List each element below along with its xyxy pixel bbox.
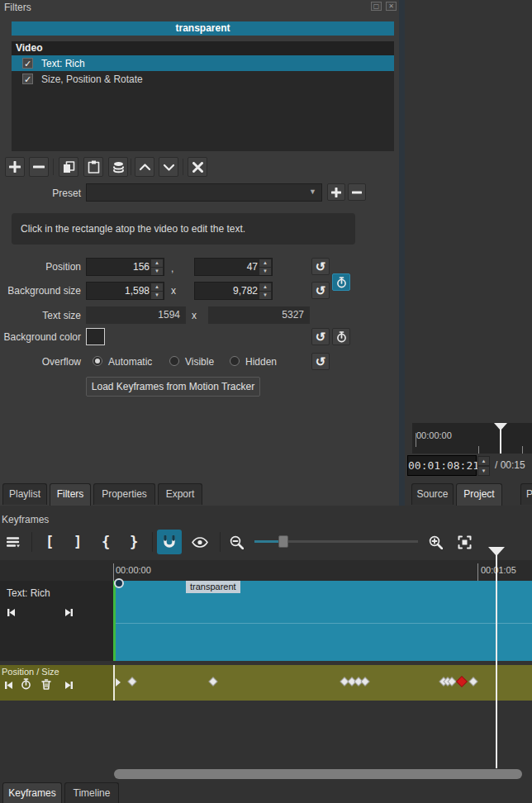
snap-magnet-icon[interactable] (157, 530, 182, 554)
background-color-reset-button[interactable]: ↺ (311, 328, 330, 345)
spinner-arrows[interactable]: ▲▼ (259, 259, 271, 274)
zoom-slider-handle[interactable] (278, 535, 288, 548)
clip-midline (113, 623, 532, 624)
player-seek-ruler[interactable]: 00:00:00 (412, 423, 532, 454)
position-x-spinbox[interactable]: 156 ▲▼ (86, 258, 164, 276)
keyframe-diamond[interactable] (468, 677, 477, 686)
position-x-value[interactable]: 156 (133, 261, 150, 273)
zoom-slider[interactable] (254, 540, 418, 543)
keyframe-diamond-selected[interactable] (456, 676, 468, 687)
background-height-value[interactable]: 9,782 (233, 285, 258, 297)
delete-keyframe-trash-icon[interactable] (40, 677, 53, 691)
filter-item-size-position-rotate[interactable]: ✓ Size, Position & Rotate (12, 71, 394, 87)
tab-timeline[interactable]: Timeline (64, 782, 119, 803)
keyframes-ruler[interactable]: 00:00:00 00:01:05 (0, 560, 532, 581)
keyframe-diamond[interactable] (360, 677, 369, 686)
close-panel-icon[interactable]: ✕ (386, 2, 397, 11)
background-size-reset-button[interactable]: ↺ (311, 282, 330, 299)
preset-label: Preset (0, 188, 81, 199)
position-y-value[interactable]: 47 (247, 261, 258, 273)
toolbar-separator (152, 532, 153, 552)
position-size-keyframes-button[interactable] (332, 273, 350, 291)
toolbar-separator (31, 532, 32, 552)
remove-filter-button[interactable] (29, 157, 49, 177)
tab-export[interactable]: Export (158, 483, 202, 505)
keyframe-diamond[interactable] (208, 677, 217, 686)
overflow-visible-radio[interactable] (169, 356, 179, 366)
background-color-swatch[interactable] (86, 328, 105, 345)
track-header: Text: Rich (0, 581, 113, 661)
toolbar-separator (53, 159, 54, 175)
overflow-hidden-label[interactable]: Hidden (245, 356, 277, 368)
background-height-spinbox[interactable]: 9,782 ▲▼ (194, 282, 273, 300)
overflow-reset-button[interactable]: ↺ (311, 353, 330, 370)
zoom-out-icon[interactable] (225, 530, 248, 554)
spinner-arrows[interactable]: ▲▼ (151, 283, 163, 298)
current-timecode-field[interactable]: 00:01:08:21 (407, 455, 477, 476)
ruler-tick (113, 563, 114, 581)
overflow-visible-label[interactable]: Visible (185, 356, 214, 368)
set-second-simple-keyframe-button[interactable]: } (122, 530, 145, 554)
background-width-value[interactable]: 1,598 (125, 285, 150, 297)
spinner-arrows[interactable]: ▲▼ (259, 283, 271, 298)
delete-preset-button[interactable] (348, 183, 366, 201)
ruler-tick (478, 446, 479, 454)
move-filter-up-icon[interactable] (135, 157, 154, 177)
set-filter-end-button[interactable]: ] (66, 530, 89, 554)
background-color-keyframes-button[interactable] (332, 328, 350, 345)
deselect-filter-icon[interactable] (188, 157, 207, 177)
paste-filters-icon[interactable] (83, 157, 103, 177)
clip-area[interactable]: transparent (113, 581, 532, 661)
spinner-arrows[interactable]: ▲▼ (151, 259, 163, 274)
load-keyframes-motion-tracker-button[interactable]: Load Keyframes from Motion Tracker (86, 377, 260, 397)
overflow-hidden-radio[interactable] (230, 356, 240, 366)
tab-clipped[interactable]: P (520, 483, 532, 505)
filter-item-text-rich[interactable]: ✓ Text: Rich (12, 55, 394, 71)
scrub-while-dragging-eye-icon[interactable] (187, 530, 213, 554)
position-y-spinbox[interactable]: 47 ▲▼ (194, 258, 273, 276)
tab-playlist[interactable]: Playlist (2, 483, 47, 505)
keyframes-menu-icon[interactable] (2, 530, 25, 554)
previous-keyframe-icon[interactable] (2, 678, 15, 691)
overflow-automatic-radio[interactable] (93, 356, 102, 366)
background-width-spinbox[interactable]: 1,598 ▲▼ (86, 282, 164, 300)
tab-properties[interactable]: Properties (93, 483, 155, 505)
filter-list[interactable]: Video ✓ Text: Rich ✓ Size, Position & Ro… (12, 41, 394, 151)
tab-keyframes[interactable]: Keyframes (2, 782, 62, 803)
float-panel-icon[interactable]: ▢ (371, 2, 382, 11)
keyframes-stopwatch-icon[interactable] (19, 677, 32, 691)
set-filter-start-button[interactable]: [ (38, 530, 61, 554)
zoom-in-icon[interactable] (424, 530, 447, 554)
position-reset-button[interactable]: ↺ (311, 258, 330, 275)
filter-enabled-checkbox[interactable]: ✓ (22, 74, 33, 84)
overflow-automatic-label[interactable]: Automatic (108, 356, 152, 368)
previous-keyframe-icon[interactable] (4, 606, 17, 619)
filters-panel-title: Filters (4, 2, 31, 13)
preset-combobox[interactable]: ▼ (86, 183, 322, 202)
save-preset-button[interactable] (327, 183, 345, 201)
overflow-label: Overflow (0, 356, 81, 368)
tab-filters[interactable]: Filters (50, 483, 91, 506)
add-filter-button[interactable] (5, 157, 25, 177)
keyframes-playhead[interactable] (496, 555, 497, 768)
player-playhead-grip[interactable] (494, 423, 507, 430)
filter-set-stack-icon[interactable] (108, 157, 128, 177)
set-first-simple-keyframe-button[interactable]: { (94, 530, 117, 554)
keyframe-diamond[interactable] (116, 678, 121, 687)
toolbar-separator (220, 532, 221, 552)
keyframe-diamond[interactable] (127, 677, 136, 686)
horizontal-scrollbar[interactable] (114, 769, 522, 779)
next-keyframe-icon[interactable] (63, 606, 76, 619)
copy-filters-icon[interactable] (59, 157, 78, 177)
keyframe-circle-marker[interactable] (114, 578, 124, 588)
filter-enabled-checkbox[interactable]: ✓ (22, 58, 33, 69)
position-label: Position (0, 261, 81, 273)
tab-source[interactable]: Source (411, 483, 454, 505)
move-filter-down-icon[interactable] (159, 157, 178, 177)
keyframe-lane[interactable] (113, 665, 532, 701)
timecode-spinner[interactable]: ▲▼ (477, 456, 490, 476)
zoom-fit-icon[interactable] (453, 530, 476, 554)
filter-item-label: Text: Rich (41, 58, 85, 69)
next-keyframe-icon[interactable] (63, 678, 76, 691)
tab-project[interactable]: Project (456, 483, 502, 506)
